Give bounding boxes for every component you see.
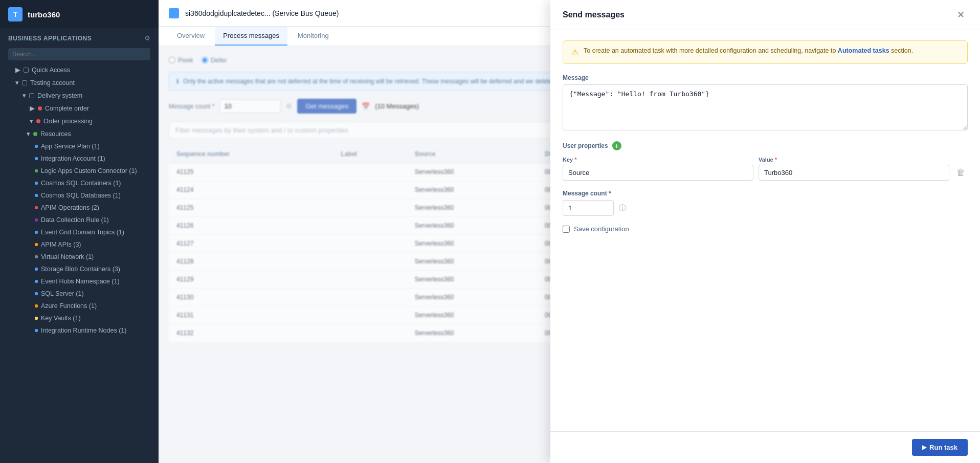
sidebar-item-label: Complete order <box>45 105 89 112</box>
get-messages-button[interactable]: Get messages <box>297 99 357 114</box>
sidebar-item-azure-functions[interactable]: Azure Functions (1) <box>0 300 159 312</box>
sidebar-item-testing-account[interactable]: ▾ Testing account <box>0 76 159 89</box>
cell-source: Serverless360 <box>408 217 538 235</box>
panel-message-count-input[interactable] <box>563 200 614 216</box>
value-input[interactable] <box>759 165 949 181</box>
sidebar-item-delivery-system[interactable]: ▾ Delivery system <box>0 89 159 102</box>
cell-source: Serverless360 <box>408 271 538 289</box>
cell-label <box>334 324 408 342</box>
message-input[interactable]: {"Message": "Hello! from Turbo360"} <box>563 84 968 130</box>
tab-process-messages[interactable]: Process messages <box>215 27 287 46</box>
alert-banner: ⚠ To create an automated task with more … <box>563 40 968 64</box>
sidebar-header: T turbo360 <box>0 0 159 29</box>
caret-icon: ▶ <box>15 66 20 74</box>
cell-sequence: 41130 <box>169 289 334 306</box>
radio-peek[interactable] <box>169 57 175 63</box>
sidebar-item-integration-account[interactable]: Integration Account (1) <box>0 152 159 165</box>
sidebar-item-quick-access[interactable]: ▶ Quick Access <box>0 63 159 76</box>
resource-icon <box>169 8 179 18</box>
delete-property-button[interactable]: 🗑 <box>954 165 968 180</box>
cell-label <box>334 253 408 271</box>
sidebar-item-integration-runtime[interactable]: Integration Runtime Nodes (1) <box>0 324 159 337</box>
sidebar-item-label: Cosmos SQL Containers (1) <box>41 180 121 187</box>
status-dot <box>36 119 40 123</box>
search-input[interactable] <box>8 48 150 60</box>
calendar-icon[interactable]: 📅 <box>362 102 370 110</box>
cell-source: Serverless360 <box>408 163 538 181</box>
info-icon: ℹ <box>176 78 179 85</box>
gear-icon[interactable]: ⚙ <box>144 34 150 42</box>
sidebar-item-label: Storage Blob Containers (3) <box>41 266 120 273</box>
sidebar-item-apim-apis[interactable]: APIM APIs (3) <box>0 238 159 251</box>
sidebar-item-logic-apps[interactable]: Logic Apps Custom Connector (1) <box>0 165 159 177</box>
radio-defer-label[interactable]: Defer <box>202 56 227 64</box>
cell-label <box>334 306 408 324</box>
caret-icon: ▶ <box>30 104 35 112</box>
tab-overview[interactable]: Overview <box>169 27 213 46</box>
main-content: si360dodgiduplcatedetec... (Service Bus … <box>159 0 980 463</box>
panel-body: ⚠ To create an automated task with more … <box>550 30 980 431</box>
user-properties-label: User properties <box>563 142 608 149</box>
key-input[interactable] <box>563 165 753 181</box>
sidebar-item-cosmos-sql-containers[interactable]: Cosmos SQL Containers (1) <box>0 177 159 189</box>
alert-text: To create an automated task with more de… <box>584 47 913 54</box>
tab-monitoring[interactable]: Monitoring <box>289 27 337 46</box>
cell-source: Serverless360 <box>408 289 538 306</box>
cell-label <box>334 235 408 253</box>
cell-sequence: 41131 <box>169 306 334 324</box>
caret-icon: ▾ <box>15 79 19 86</box>
value-col: Value * <box>759 157 949 181</box>
sidebar-section: Business Applications ⚙ <box>0 29 159 45</box>
cell-sequence: 41125 <box>169 199 334 217</box>
app-title: turbo360 <box>28 10 60 19</box>
automated-tasks-link[interactable]: Automated tasks <box>838 47 889 54</box>
cell-sequence: 41125 <box>169 163 334 181</box>
sidebar-item-sql-server[interactable]: SQL Server (1) <box>0 288 159 300</box>
key-col: Key * <box>563 157 753 181</box>
sidebar-item-event-grid[interactable]: Event Grid Domain Topics (1) <box>0 226 159 238</box>
sidebar-item-storage-blob[interactable]: Storage Blob Containers (3) <box>0 263 159 275</box>
key-required-star: * <box>574 157 576 163</box>
cell-source: Serverless360 <box>408 199 538 217</box>
sidebar-item-data-collection[interactable]: Data Collection Rule (1) <box>0 214 159 226</box>
cell-source: Serverless360 <box>408 181 538 199</box>
sidebar-item-cosmos-sql-databases[interactable]: Cosmos SQL Databases (1) <box>0 189 159 202</box>
sidebar-item-label: APIM APIs (3) <box>41 241 81 248</box>
cell-label <box>334 271 408 289</box>
save-config-row: Save configuration <box>563 225 968 233</box>
peek-label-text: Peek <box>178 56 193 64</box>
save-config-label[interactable]: Save configuration <box>574 225 629 233</box>
close-button[interactable]: ✕ <box>954 8 968 21</box>
sidebar-item-complete-order[interactable]: ▶ Complete order <box>0 102 159 115</box>
panel-message-count-label: Message count * <box>563 190 968 197</box>
run-task-button[interactable]: ▶ Run task <box>912 439 968 456</box>
sidebar-item-resources[interactable]: ▾ Resources <box>0 127 159 140</box>
cell-sequence: 41129 <box>169 271 334 289</box>
col-sequence: Sequence number <box>169 145 334 163</box>
cell-sequence: 41124 <box>169 181 334 199</box>
add-property-button[interactable]: + <box>612 141 621 150</box>
send-messages-panel: Send messages ✕ ⚠ To create an automated… <box>550 0 980 463</box>
caret-icon: ▾ <box>27 130 30 138</box>
radio-defer[interactable] <box>202 57 208 63</box>
sidebar-item-virtual-network[interactable]: Virtual Network (1) <box>0 251 159 263</box>
sidebar-item-app-service-plan[interactable]: App Service Plan (1) <box>0 140 159 152</box>
cell-sequence: 41127 <box>169 235 334 253</box>
count-row: ⓘ <box>563 200 968 216</box>
value-label: Value * <box>759 157 949 163</box>
sidebar-item-order-processing[interactable]: ▾ Order processing <box>0 115 159 127</box>
sidebar-item-label: Cosmos SQL Databases (1) <box>41 192 121 199</box>
alert-icon: ⚠ <box>571 48 578 57</box>
radio-peek-label[interactable]: Peek <box>169 56 193 64</box>
settings-icon[interactable]: ⚙ <box>286 102 292 110</box>
sidebar-item-key-vaults[interactable]: Key Vaults (1) <box>0 312 159 324</box>
user-properties-header: User properties + <box>563 141 968 150</box>
info-icon: ⓘ <box>619 204 626 213</box>
message-label: Message <box>563 74 968 81</box>
sidebar-item-apim-operations[interactable]: APIM Operations (2) <box>0 202 159 214</box>
cell-label <box>334 289 408 306</box>
save-config-checkbox[interactable] <box>563 226 570 233</box>
message-count-input[interactable] <box>219 99 281 113</box>
sidebar-item-label: Virtual Network (1) <box>41 253 94 260</box>
sidebar-item-event-hubs[interactable]: Event Hubs Namespace (1) <box>0 275 159 288</box>
